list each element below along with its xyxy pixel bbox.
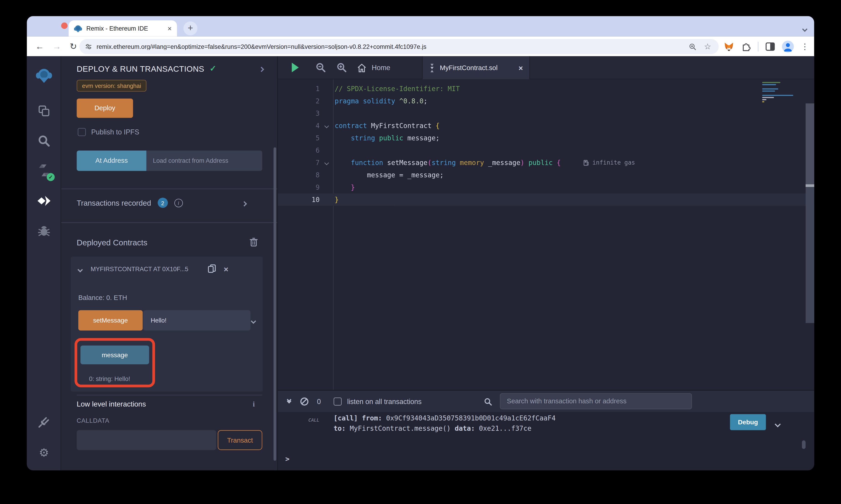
terminal-menu: 0 listen on all transactions — [278, 391, 814, 412]
transactions-info-icon[interactable]: i — [174, 199, 183, 207]
line-number: 8 — [278, 171, 320, 179]
contract-name[interactable]: MYFIRSTCONTRACT AT 0X10F...5 — [91, 266, 208, 272]
browser-tab[interactable]: Remix - Ethereum IDE × — [69, 20, 177, 36]
low-level-title: Low level interactions — [77, 400, 146, 408]
remix-logo[interactable] — [27, 64, 61, 87]
publish-ipfs-label: Publish to IPFS — [91, 128, 139, 136]
code-line[interactable]: 9 } — [278, 181, 814, 193]
bookmark-star-icon[interactable]: ☆ — [704, 42, 711, 51]
compile-success-badge: ✓ — [47, 173, 55, 181]
code-line[interactable]: 10} — [278, 193, 814, 206]
metamask-icon[interactable] — [723, 41, 734, 52]
deploy-run-icon[interactable] — [27, 189, 61, 213]
copy-icon[interactable] — [207, 264, 216, 274]
calldata-input[interactable] — [77, 430, 216, 450]
browser-window: Remix - Ethereum IDE × + ← → ↻ remix.eth… — [27, 16, 814, 470]
activity-bar: ✓ — [27, 56, 61, 470]
site-settings-icon[interactable] — [85, 43, 92, 51]
tab-search-icon[interactable] — [803, 23, 806, 33]
terminal-prompt[interactable]: > — [286, 455, 290, 463]
run-script-icon[interactable] — [292, 63, 299, 72]
code-text: pragma solidity ^0.8.0; — [333, 97, 427, 105]
forward-icon[interactable]: → — [53, 41, 61, 51]
close-window-button[interactable] — [61, 23, 68, 29]
panel-expand-icon[interactable] — [260, 64, 263, 73]
tab-close-icon[interactable]: × — [168, 25, 172, 32]
call-target: MyFirstContract.message() — [350, 424, 451, 432]
zoom-page-icon[interactable] — [688, 43, 696, 51]
extensions-icon[interactable] — [741, 42, 751, 51]
line-number: 6 — [278, 146, 320, 154]
setmessage-expand-icon[interactable] — [252, 316, 255, 325]
code-line[interactable]: 2pragma solidity ^0.8.0; — [278, 95, 814, 107]
code-line[interactable]: 7 function setMessage(string memory _mes… — [278, 156, 814, 169]
code-line[interactable]: 8 message = _message; — [278, 169, 814, 181]
tab-home[interactable]: Home — [357, 56, 390, 79]
editor-scrollbar[interactable] — [806, 103, 814, 323]
file-tab-close-icon[interactable]: × — [518, 64, 523, 72]
setmessage-input[interactable] — [143, 310, 251, 330]
code-line[interactable]: 4contract MyFirstContract { — [278, 120, 814, 132]
tab-myfirstcontract[interactable]: MyFirstContract.sol × — [422, 56, 530, 79]
code-line[interactable]: 3 — [278, 107, 814, 120]
code-text: function setMessage(string memory _messa… — [333, 159, 561, 167]
zoom-in-icon[interactable] — [337, 62, 347, 73]
terminal-search-icon — [484, 397, 493, 406]
publish-ipfs-checkbox[interactable] — [78, 128, 86, 136]
address-bar[interactable]: remix.ethereum.org/#lang=en&optimize=fal… — [79, 39, 719, 54]
debugger-icon[interactable] — [27, 219, 61, 242]
transactions-expand-icon[interactable] — [242, 198, 246, 208]
line-number: 1 — [278, 85, 320, 93]
deployed-contracts-title: Deployed Contracts — [77, 238, 148, 247]
line-number: 3 — [278, 109, 320, 117]
deploy-button[interactable]: Deploy — [77, 98, 133, 118]
search-icon[interactable] — [27, 129, 61, 153]
log-expand-icon[interactable] — [776, 419, 780, 429]
code-text: // SPDX-License-Identifier: MIT — [333, 85, 460, 93]
file-explorer-icon[interactable] — [27, 99, 61, 123]
at-address-button[interactable]: At Address — [77, 150, 147, 171]
solidity-compiler-icon[interactable]: ✓ — [27, 159, 61, 182]
line-number: 4 — [278, 122, 320, 130]
terminal-search-input[interactable] — [500, 393, 692, 409]
at-address-input[interactable] — [147, 150, 262, 171]
line-number: 2 — [278, 97, 320, 105]
browser-tabstrip: Remix - Ethereum IDE × + — [27, 16, 814, 36]
transactions-recorded-label: Transactions recorded — [77, 199, 151, 207]
fold-chevron-icon[interactable] — [320, 161, 333, 164]
chrome-menu-icon[interactable]: ⋮ — [801, 42, 809, 51]
terminal-collapse-icon[interactable] — [288, 400, 291, 403]
new-tab-button[interactable]: + — [184, 21, 198, 35]
back-icon[interactable]: ← — [35, 41, 44, 51]
from-address: 0x9Cf934043aD350758391b0D01c49a1cE62fCaa… — [386, 414, 555, 422]
code-text: message = _message; — [333, 171, 444, 179]
code-line[interactable]: 1// SPDX-License-Identifier: MIT — [278, 83, 814, 95]
panel-scrollbar[interactable] — [274, 147, 276, 461]
transact-button[interactable]: Transact — [218, 430, 262, 450]
setmessage-button[interactable]: setMessage — [79, 310, 143, 330]
code-line[interactable]: 6 — [278, 144, 814, 156]
minimap[interactable] — [761, 82, 805, 146]
settings-gear-icon[interactable]: ⚙ — [27, 441, 61, 465]
low-level-info-icon[interactable]: i — [253, 400, 255, 409]
side-panel-icon[interactable] — [765, 42, 775, 51]
file-tab-label: MyFirstContract.sol — [440, 64, 514, 71]
profile-avatar[interactable] — [782, 41, 794, 53]
trash-icon[interactable] — [249, 237, 258, 247]
url-text: remix.ethereum.org/#lang=en&optimize=fal… — [97, 43, 688, 50]
clear-console-icon[interactable] — [300, 397, 308, 405]
listen-transactions-checkbox[interactable] — [334, 397, 342, 405]
code-line[interactable]: 5 string public message; — [278, 132, 814, 144]
reload-icon[interactable]: ↻ — [70, 41, 77, 52]
plugin-manager-icon[interactable] — [27, 410, 61, 434]
zoom-out-icon[interactable] — [315, 62, 326, 73]
contract-close-icon[interactable]: × — [224, 264, 228, 273]
debug-button[interactable]: Debug — [730, 414, 766, 430]
message-button[interactable]: message — [81, 346, 149, 364]
fold-chevron-icon[interactable] — [320, 124, 333, 127]
code-editor[interactable]: 1// SPDX-License-Identifier: MIT2pragma … — [278, 79, 814, 390]
listen-transactions-label: listen on all transactions — [347, 397, 422, 405]
terminal-scrollbar[interactable] — [802, 440, 806, 449]
gas-pump-icon — [583, 159, 589, 166]
contract-collapse-icon[interactable] — [79, 264, 82, 274]
